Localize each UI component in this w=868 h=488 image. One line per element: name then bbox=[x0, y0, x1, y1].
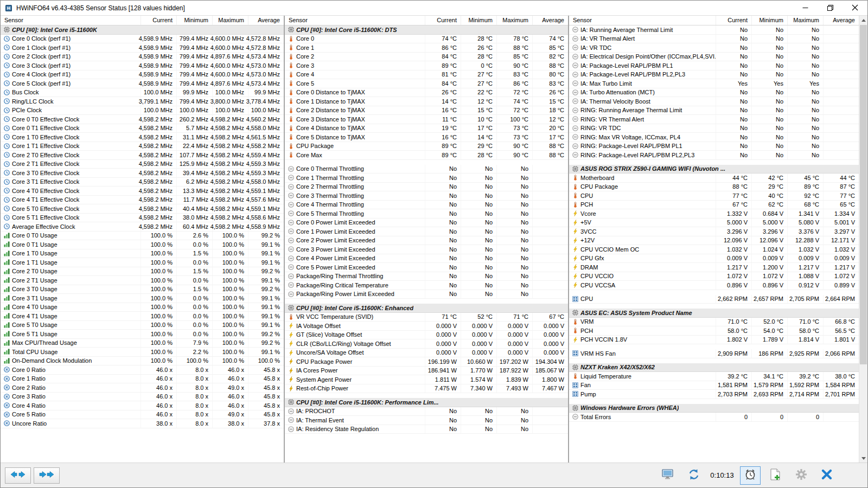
sensor-row[interactable]: Core 3 Clock (perf #1)4,598.9 MHz799.4 M… bbox=[1, 61, 284, 70]
section-header[interactable]: ASUS ROG STRIX Z590-I GAMING WIFI (Nuvot… bbox=[569, 165, 859, 174]
sensor-row[interactable]: RING: VR TDCNoNoNo bbox=[569, 124, 859, 133]
sensor-row[interactable]: IA: Electrical Design Point/Other (ICCma… bbox=[569, 53, 859, 62]
sensor-row[interactable]: Core 4 Power Limit ExceededNoNoNo bbox=[285, 254, 568, 264]
sensor-row[interactable]: Core 5 Clock (perf #1)4,598.9 MHz799.4 M… bbox=[1, 79, 284, 88]
sensor-row[interactable]: GT (Slice) Voltage Offset0.000 V0.000 V0… bbox=[285, 331, 568, 340]
sensor-row[interactable]: Core 186 °C26 °C88 °C85 °C bbox=[285, 43, 568, 53]
close-x-button[interactable] bbox=[816, 466, 837, 485]
sensor-row[interactable]: IA: Turbo Attenuation (MCT)NoNoNo bbox=[569, 88, 859, 98]
sensor-row[interactable]: Core 2 T1 Effective Clock4,598.2 MHz125.… bbox=[1, 160, 284, 169]
sensor-row[interactable]: Core 4 Thermal ThrottlingNoNoNo bbox=[285, 201, 568, 210]
section-header[interactable]: CPU [#0]: Intel Core i5-11600K: Enhanced bbox=[285, 304, 568, 313]
section-header[interactable]: CPU [#0]: Intel Core i5-11600K bbox=[1, 25, 284, 35]
sensor-row[interactable]: Core 2 Ratio46.0 x8.0 x49.0 x45.8 x bbox=[1, 383, 284, 393]
sensor-row[interactable]: Core 1 Thermal ThrottlingNoNoNo bbox=[285, 174, 568, 183]
sensor-row[interactable]: Core 4 T1 Effective Clock4,598.2 MHz11.7… bbox=[1, 196, 284, 205]
sensor-row[interactable]: Core 584 °C27 °C86 °C83 °C bbox=[285, 79, 568, 88]
section-header[interactable]: CPU [#0]: Intel Core i5-11600K: Performa… bbox=[285, 398, 568, 407]
sensor-row[interactable]: Core 5 T1 Effective Clock4,598.2 MHz38.0… bbox=[1, 214, 284, 223]
sensor-row[interactable]: CPU Gfx0.009 V0.009 V0.009 V0.009 V bbox=[569, 254, 859, 264]
sensor-row[interactable]: PCIe Clock100.0 MHz100.0 MHz100.0 MHz100… bbox=[1, 106, 284, 115]
sensor-row[interactable]: Core 2 Thermal ThrottlingNoNoNo bbox=[285, 183, 568, 192]
sensor-row[interactable]: Core 284 °C28 °C85 °C82 °C bbox=[285, 53, 568, 62]
sensor-row[interactable]: CPU VCCIO Mem OC1.032 V1.024 V1.032 V1.0… bbox=[569, 245, 859, 254]
report-add-button[interactable] bbox=[765, 466, 786, 485]
sensor-row[interactable]: Uncore/SA Voltage Offset0.000 V0.000 V0.… bbox=[285, 349, 568, 358]
sensor-row[interactable]: Pump2,703 RPM2,693 RPM2,714 RPM2,701 RPM bbox=[569, 390, 859, 399]
sensor-row[interactable]: Core 3 T1 Usage100.0 %0.0 %100.0 %99.1 % bbox=[1, 294, 284, 303]
sensor-row[interactable]: IA: Max Turbo LimitYesYesYes bbox=[569, 79, 859, 88]
nav-left-right-button[interactable] bbox=[5, 467, 31, 484]
scroll-down-button[interactable] bbox=[859, 454, 867, 463]
sensor-row[interactable]: CPU77 °C40 °C92 °C77 °C bbox=[569, 191, 859, 201]
nav-right-right-button[interactable] bbox=[34, 467, 60, 484]
sensor-row[interactable]: Core 0 Power Limit ExceededNoNoNo bbox=[285, 219, 568, 228]
sensor-row[interactable]: Core 1 Clock (perf #1)4,598.9 MHz799.4 M… bbox=[1, 43, 284, 53]
sensor-row[interactable]: CPU VCCIO1.072 V1.072 V1.088 V1.072 V bbox=[569, 272, 859, 281]
sensor-row[interactable]: Core 1 T1 Usage100.0 %0.0 %100.0 %99.1 % bbox=[1, 258, 284, 267]
sensor-row[interactable]: IA Voltage Offset0.000 V0.000 V0.000 V0.… bbox=[285, 322, 568, 331]
sensor-row[interactable]: Rest-of-Chip Power7.475 W7.340 W7.493 W7… bbox=[285, 384, 568, 394]
sensor-row[interactable]: Core 1 T0 Usage100.0 %1.5 %100.0 %99.1 % bbox=[1, 249, 284, 259]
sensor-row[interactable]: Core 3 Distance to TjMAX11 °C10 °C100 °C… bbox=[285, 115, 568, 124]
sensor-row[interactable]: Motherboard44 °C42 °C45 °C44 °C bbox=[569, 174, 859, 183]
sensor-row[interactable]: RING: VR Thermal AlertNoNoNo bbox=[569, 115, 859, 124]
sensor-row[interactable]: Core 4 T1 Usage100.0 %0.0 %100.0 %99.1 % bbox=[1, 312, 284, 321]
sensor-row[interactable]: Core 4 Clock (perf #1)4,598.9 MHz799.4 M… bbox=[1, 70, 284, 80]
sensor-row[interactable]: Ring/LLC Clock3,799.1 MHz799.4 MHz3,800.… bbox=[1, 97, 284, 106]
sensor-row[interactable]: VR VCC Temperature (SVID)71 °C52 °C71 °C… bbox=[285, 313, 568, 322]
sensor-row[interactable]: Core 2 T0 Effective Clock4,598.2 MHz107.… bbox=[1, 151, 284, 160]
sensor-row[interactable]: Fan1,581 RPM1,579 RPM1,592 RPM1,584 RPM bbox=[569, 381, 859, 390]
scroll-up-button[interactable] bbox=[859, 16, 867, 24]
sensor-row[interactable]: CPU2,662 RPM2,657 RPM2,705 RPM2,664 RPM bbox=[569, 295, 859, 304]
sensor-row[interactable]: PCH67 °C62 °C68 °C65 °C bbox=[569, 201, 859, 210]
sensor-row[interactable]: Package/Ring Thermal ThrottlingNoNoNo bbox=[285, 272, 568, 281]
sensor-row[interactable]: Total CPU Usage100.0 %2.2 %100.0 %99.1 % bbox=[1, 348, 284, 357]
sensor-row[interactable]: CLR (CBo/LLC/Ring) Voltage Offset0.000 V… bbox=[285, 339, 568, 349]
maximize-button[interactable] bbox=[818, 1, 843, 15]
sensor-row[interactable]: Liquid Temperature39.2 °C34.1 °C39.2 °C3… bbox=[569, 372, 859, 381]
sensor-row[interactable]: +12V12.096 V12.096 V12.288 V12.171 V bbox=[569, 236, 859, 246]
sensor-row[interactable]: RING: Running Average Thermal LimitNoNoN… bbox=[569, 106, 859, 115]
sensor-row[interactable]: Core 3 Ratio46.0 x8.0 x46.0 x45.8 x bbox=[1, 393, 284, 402]
sensor-row[interactable]: Core 5 Distance to TjMAX16 °C14 °C73 °C1… bbox=[285, 133, 568, 142]
sensor-row[interactable]: IA: Thermal EventNoNoNo bbox=[285, 416, 568, 425]
sensor-row[interactable]: Core 1 Ratio46.0 x8.0 x46.0 x45.8 x bbox=[1, 375, 284, 384]
sensor-row[interactable]: Core 1 T1 Effective Clock4,598.2 MHz22.4… bbox=[1, 142, 284, 151]
sensor-row[interactable]: Core 5 T0 Effective Clock4,598.2 MHz40.4… bbox=[1, 204, 284, 214]
sensor-row[interactable]: Core 5 Thermal ThrottlingNoNoNo bbox=[285, 209, 568, 219]
sensor-row[interactable]: RING: Max VR Voltage, ICCmax, PL4NoNoNo bbox=[569, 133, 859, 142]
section-header[interactable]: ASUS EC: ASUS System Product Name bbox=[569, 309, 859, 318]
sensor-row[interactable]: Core 5 Ratio46.0 x8.0 x49.0 x45.8 x bbox=[1, 410, 284, 420]
sensor-row[interactable]: Core 0 Clock (perf #1)4,598.9 MHz799.4 M… bbox=[1, 35, 284, 44]
sensor-row[interactable]: Uncore Ratio38.0 x8.0 x38.0 x37.8 x bbox=[1, 419, 284, 428]
sensor-row[interactable]: IA: Thermal Velocity BoostNoNoNo bbox=[569, 97, 859, 106]
sensor-row[interactable]: Core 389 °C0 °C90 °C88 °C bbox=[285, 61, 568, 70]
sensor-row[interactable]: IA: PROCHOTNoNoNo bbox=[285, 407, 568, 416]
sensor-row[interactable]: VRM71.0 °C52.0 °C71.0 °C66.8 °C bbox=[569, 318, 859, 327]
sensor-row[interactable]: Core 1 T0 Effective Clock4,598.2 MHz31.1… bbox=[1, 133, 284, 142]
close-button[interactable] bbox=[843, 1, 867, 15]
section-header[interactable]: NZXT Kraken X42/X52/X62 bbox=[569, 363, 859, 373]
sensor-row[interactable]: RING: Package-Level RAPL/PBM PL1NoNoNo bbox=[569, 142, 859, 151]
sensor-row[interactable]: On-Demand Clock Modulation100.0 %100.0 %… bbox=[1, 357, 284, 366]
sensor-row[interactable]: Average Effective Clock4,598.2 MHz60.4 M… bbox=[1, 222, 284, 232]
sensor-row[interactable]: Core 0 Distance to TjMAX26 °C22 °C72 °C2… bbox=[285, 88, 568, 98]
sensor-row[interactable]: Core 0 Ratio46.0 x8.0 x46.0 x45.8 x bbox=[1, 365, 284, 375]
sensor-row[interactable]: Package/Ring Power Limit ExceededNoNoNo bbox=[285, 290, 568, 299]
sensor-row[interactable]: Core 5 T1 Usage100.0 %0.0 %100.0 %99.2 % bbox=[1, 330, 284, 339]
section-header[interactable]: Windows Hardware Errors (WHEA) bbox=[569, 404, 859, 413]
sensor-row[interactable]: Core 4 T0 Usage100.0 %0.0 %100.0 %99.1 % bbox=[1, 303, 284, 312]
scrollbar-thumb[interactable] bbox=[860, 25, 867, 364]
sensor-row[interactable]: Core 2 Power Limit ExceededNoNoNo bbox=[285, 236, 568, 246]
sensor-row[interactable]: RING: Package-Level RAPL/PBM PL2,PL3NoNo… bbox=[569, 151, 859, 160]
sensor-row[interactable]: Core 0 T1 Effective Clock4,598.2 MHz5.7 … bbox=[1, 124, 284, 133]
sensor-row[interactable]: CPU VCCSA0.896 V0.896 V0.912 V0.899 V bbox=[569, 281, 859, 290]
sensor-row[interactable]: Core 1 Power Limit ExceededNoNoNo bbox=[285, 227, 568, 236]
section-header[interactable]: CPU [#0]: Intel Core i5-11600K: DTS bbox=[285, 25, 568, 35]
titlebar[interactable]: HWiNFO64 v6.43-4385 Sensor Status [128 v… bbox=[1, 1, 867, 16]
sensor-row[interactable]: VRM HS Fan2,909 RPM186 RPM2,925 RPM2,066… bbox=[569, 349, 859, 358]
sensor-row[interactable]: Core 4 Ratio46.0 x8.0 x46.0 x45.8 x bbox=[1, 401, 284, 410]
sensor-row[interactable]: IA: VR TDCNoNoNo bbox=[569, 43, 859, 53]
sensor-row[interactable]: CPU Package Power196.199 W10.660 W197.20… bbox=[285, 357, 568, 367]
